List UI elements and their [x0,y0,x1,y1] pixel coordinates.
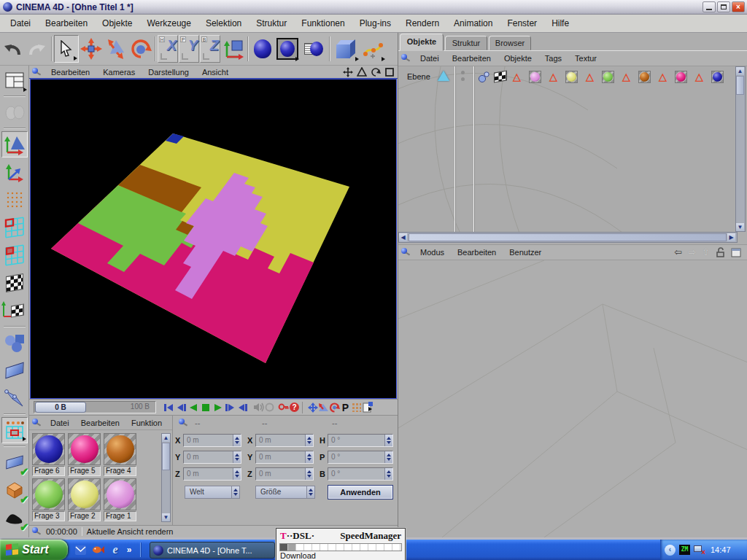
pin-icon[interactable] [179,419,188,427]
close-button[interactable]: × [732,1,745,12]
start-button[interactable]: Start [0,540,68,560]
live-selection-icon[interactable] [54,35,79,63]
restriction-tag-icon[interactable]: △ [513,71,521,82]
coord-input-rot-h[interactable]: 0 ° [328,434,393,447]
toggle-views-icon[interactable] [384,67,395,77]
texture-tag[interactable] [565,71,578,83]
menu-hilfe[interactable]: Hilfe [544,16,576,31]
lock-x-axis-icon[interactable]: H X [158,35,178,63]
viewport-menu-ansicht[interactable]: Ansicht [196,67,235,77]
om-menu-tags[interactable]: Tags [538,53,568,63]
toggle-box-icon[interactable] [1,477,28,503]
material-item[interactable]: Frage 4 [104,433,136,476]
timeline-track[interactable]: 0 B 100 B [34,401,156,413]
dsl-speedmanager-window[interactable]: T··DSL· SpeedManager Download [276,528,406,560]
pin-icon[interactable] [401,248,411,257]
scale-tool-icon[interactable] [104,35,128,63]
selection-filter-icon[interactable] [1,417,28,443]
spinner[interactable] [305,468,313,480]
menu-objekte[interactable]: Objekte [95,16,139,31]
texture-tag[interactable] [675,71,687,83]
stop-icon[interactable] [199,402,212,413]
key-record-icon[interactable] [278,402,289,413]
layout-panel-icon[interactable] [731,248,741,257]
material-menu-datei[interactable]: Datei [44,418,75,428]
restriction-tag-icon[interactable]: △ [695,71,703,82]
play-icon[interactable] [212,402,224,413]
menu-animation[interactable]: Animation [446,16,500,31]
tab-objekte[interactable]: Objekte [400,34,444,51]
pin-icon[interactable] [32,527,42,536]
menu-funktionen[interactable]: Funktionen [294,16,352,31]
am-menu-bearbeiten[interactable]: Bearbeiten [451,247,503,257]
move-tool-icon[interactable] [79,35,104,63]
apply-button[interactable]: Anwenden [328,485,393,499]
coord-input-pos-x[interactable]: 0 m [183,434,241,447]
spinner[interactable] [384,451,392,463]
taskbar-task-cinema4d[interactable]: CINEMA 4D - [Ohne T... [150,542,275,559]
object-name[interactable]: Ebene [407,72,430,81]
bones-mode-icon[interactable] [1,385,28,411]
pin-icon[interactable] [401,54,411,63]
quicklaunch-outlook-icon[interactable] [73,542,88,558]
toggle-shading-icon[interactable] [1,505,28,531]
quicklaunch-media-icon[interactable] [90,542,105,558]
render-settings-icon[interactable] [300,35,328,63]
column-divider[interactable] [473,66,475,232]
spinner[interactable] [233,435,241,446]
app-icon[interactable] [3,2,12,12]
texture-axis-mode-icon[interactable] [1,298,28,324]
material-item[interactable]: Frage 1 [104,478,136,521]
redo-icon[interactable] [25,35,50,63]
restriction-tag-icon[interactable]: △ [549,71,557,82]
key-position-icon[interactable] [307,402,318,413]
next-frame-icon[interactable] [224,402,236,413]
spinner[interactable] [233,451,241,463]
am-menu-modus[interactable]: Modus [414,247,451,257]
viewport-menu-kameras[interactable]: Kameras [96,67,142,77]
previous-frame-icon[interactable] [174,402,187,413]
spinner[interactable] [384,468,392,480]
quicklaunch-overflow-chevron[interactable]: » [124,542,134,558]
restriction-tag-icon[interactable]: △ [659,71,667,82]
menu-fenster[interactable]: Fenster [500,16,544,31]
coord-input-rot-b[interactable]: 0 ° [328,467,393,481]
history-forward-icon[interactable]: ⇨ [688,247,696,257]
material-item[interactable]: Frage 6 [32,433,65,476]
key-parameter-icon[interactable]: P [340,402,351,413]
render-view-icon[interactable] [250,35,275,63]
texture-mode-icon[interactable] [1,270,28,296]
key-rotation-icon[interactable] [329,402,340,413]
phong-tag-icon[interactable] [478,71,491,84]
spinner[interactable] [384,435,392,446]
record-icon[interactable] [264,402,275,413]
polygons-mode-icon[interactable] [1,242,28,268]
texture-tag[interactable] [711,71,724,83]
tray-network-disconnected-icon[interactable]: × [693,545,705,555]
undo-icon[interactable] [0,35,25,63]
play-backwards-icon[interactable] [187,402,199,413]
tab-struktur[interactable]: Struktur [445,36,487,50]
menu-datei[interactable]: Datei [3,16,38,31]
layout-icon[interactable] [1,67,28,93]
om-menu-datei[interactable]: Datei [414,53,446,63]
restore-button[interactable] [717,1,730,12]
menu-plugins[interactable]: Plug-ins [352,16,398,31]
material-scrollbar[interactable]: ▲ ▼ [161,433,171,522]
add-cube-primitive-icon[interactable] [332,35,360,63]
menu-selektion[interactable]: Selektion [198,16,249,31]
points-mode-icon[interactable] [1,187,28,213]
coord-input-rot-p[interactable]: 0 ° [328,451,393,464]
coord-input-size-z[interactable]: 0 m [255,467,314,481]
coord-input-size-x[interactable]: 0 m [255,434,314,447]
key-pla-icon[interactable] [351,402,362,413]
scale-view-icon[interactable] [357,67,367,77]
key-scale-icon[interactable] [318,402,329,413]
pin-icon[interactable] [32,419,42,427]
texture-tag[interactable] [602,71,614,83]
taskbar-clock[interactable]: 14:47 [711,545,731,554]
help-icon[interactable]: ? [289,402,300,413]
menu-werkzeuge[interactable]: Werkzeuge [139,16,198,31]
menu-rendern[interactable]: Rendern [398,16,446,31]
material-menu-funktion[interactable]: Funktion [125,418,168,428]
